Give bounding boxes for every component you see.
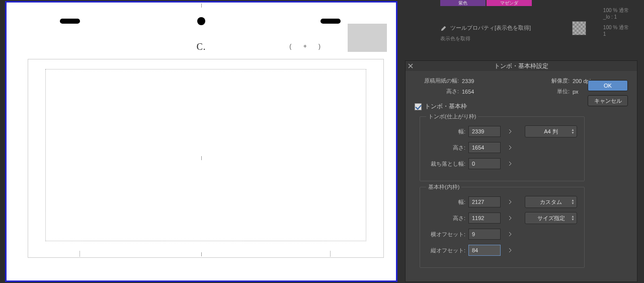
- inner-frame-group: 基本枠(内枠) 幅: カスタム ▲▼ 高さ: サイズ指定 ▲▼: [420, 183, 585, 268]
- paper-width-label: 原稿用紙の幅:: [415, 77, 459, 85]
- chevron-right-icon: [509, 216, 512, 221]
- inner-frame: [45, 69, 366, 241]
- chevron-right-icon: [509, 161, 512, 166]
- inner-preset-custom[interactable]: カスタム ▲▼: [525, 196, 577, 208]
- cut-label: C.: [197, 42, 206, 52]
- inner-width-more[interactable]: [506, 196, 515, 207]
- info-box: [348, 24, 387, 52]
- yoffset-label: 縦オフセット:: [426, 247, 465, 254]
- yoffset-more[interactable]: [506, 245, 515, 256]
- xoffset-input[interactable]: [468, 229, 501, 240]
- paper-height-value: 1654: [462, 89, 489, 95]
- inner-width-input[interactable]: [468, 196, 501, 207]
- layer-opacity-1: 100 % 通常_lo : 1: [603, 7, 629, 20]
- dialog-title: トンボ・基本枠設定: [406, 62, 637, 70]
- resolution-label: 解像度:: [544, 77, 570, 85]
- inner-height-input[interactable]: [468, 213, 501, 224]
- close-icon: [408, 63, 413, 68]
- paper-height-label: 高さ:: [415, 88, 459, 95]
- inner-width-label: 幅:: [426, 198, 465, 206]
- center-tick-bottom: [201, 252, 202, 256]
- unit-label: 単位:: [544, 88, 570, 95]
- close-button[interactable]: [406, 61, 416, 71]
- canvas-preview[interactable]: C. ( + ): [5, 1, 397, 282]
- brush-icon: [440, 25, 447, 32]
- bleed-more[interactable]: [506, 158, 515, 169]
- trim-frame-group: トンボ(仕上がり枠) 幅: A4 判 ▲▼ 高さ: 裁ち落とし幅:: [420, 113, 585, 181]
- frame-tick-left: [79, 251, 80, 257]
- inner-height-more[interactable]: [506, 213, 515, 224]
- bleed-label: 裁ち落とし幅:: [426, 160, 465, 168]
- layer-opacity-2: 100 % 通常1: [603, 24, 629, 37]
- xoffset-more[interactable]: [506, 229, 515, 240]
- bleed-input[interactable]: [468, 158, 501, 169]
- chevron-right-icon: [509, 129, 512, 134]
- paper-width-value: 2339: [462, 78, 489, 84]
- color-chip-purple[interactable]: 紫色: [440, 0, 486, 6]
- trim-height-input[interactable]: [468, 142, 501, 153]
- trim-height-more[interactable]: [506, 142, 515, 153]
- ok-button[interactable]: OK: [588, 80, 628, 91]
- chevron-right-icon: [509, 232, 512, 237]
- chevron-right-icon: [509, 145, 512, 150]
- trim-height-label: 高さ:: [426, 144, 465, 152]
- color-chip-magenta[interactable]: マゼンダ: [487, 0, 532, 6]
- peg-hole-right: [320, 19, 341, 24]
- trim-width-more[interactable]: [506, 126, 515, 137]
- chevron-right-icon: [509, 248, 512, 253]
- trim-preset-select[interactable]: A4 判 ▲▼: [525, 125, 577, 137]
- xoffset-label: 横オフセット:: [426, 231, 465, 238]
- trim-group-legend: トンボ(仕上がり枠): [426, 113, 478, 120]
- cancel-button[interactable]: キャンセル: [588, 95, 628, 106]
- frame-tick-right: [330, 251, 331, 257]
- center-tick-mid: [201, 156, 202, 160]
- layer-thumbnail[interactable]: [572, 21, 586, 35]
- chevron-right-icon: [509, 199, 512, 204]
- peg-hole-left: [60, 19, 80, 24]
- inner-preset-size[interactable]: サイズ指定 ▲▼: [525, 212, 577, 224]
- inner-height-label: 高さ:: [426, 215, 465, 222]
- trim-width-input[interactable]: [468, 126, 501, 137]
- trim-width-label: 幅:: [426, 128, 465, 135]
- tool-property-sub: 表示色を取得: [440, 35, 470, 42]
- spinner-icon: ▲▼: [571, 128, 575, 134]
- tool-property-header: ツールプロパティ[表示色を取得]: [440, 24, 531, 32]
- enable-crop-label: トンボ・基本枠: [425, 102, 467, 111]
- crop-settings-dialog: トンボ・基本枠設定 OK キャンセル 原稿用紙の幅: 2339 解像度: 200…: [405, 60, 637, 282]
- spinner-icon: ▲▼: [571, 199, 575, 205]
- spinner-icon: ▲▼: [571, 215, 575, 221]
- center-tick-top: [201, 4, 202, 8]
- parentheses-mark: ( + ): [289, 43, 326, 50]
- yoffset-input[interactable]: [468, 245, 501, 256]
- peg-hole-center: [197, 17, 205, 25]
- enable-crop-checkbox[interactable]: [415, 103, 422, 110]
- inner-group-legend: 基本枠(内枠): [426, 183, 461, 191]
